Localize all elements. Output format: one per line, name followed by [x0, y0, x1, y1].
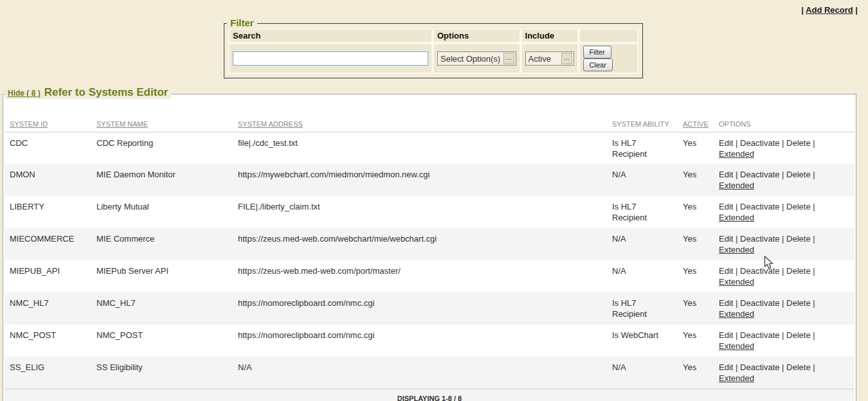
options-select-value: Select Option(s) [440, 54, 500, 64]
options-cell: Edit | Deactivate | Delete | Extended [714, 260, 854, 292]
options-ellipsis-button: ... [503, 53, 514, 64]
systems-table: SYSTEM ID SYSTEM NAME SYSTEM ADDRESS SYS… [5, 96, 854, 401]
clear-button[interactable]: Clear [583, 58, 613, 71]
delete-link[interactable]: Delete [786, 298, 811, 308]
extended-link[interactable]: Extended [719, 341, 754, 352]
system-name-cell: CDC Reporting [91, 132, 233, 164]
sort-system-address-link[interactable]: SYSTEM ADDRESS [238, 120, 303, 128]
table-row: MIEPUB_API MIEPub Server API https://zeu… [5, 260, 854, 292]
filter-table: Search Options Include Select Option(s) … [228, 28, 638, 74]
delete-link[interactable]: Delete [786, 234, 811, 244]
system-address-cell: file|./cdc_test.txt [233, 132, 607, 164]
extended-link[interactable]: Extended [719, 148, 754, 159]
deactivate-link[interactable]: Deactivate [740, 330, 779, 340]
filter-legend: Filter [227, 17, 257, 29]
active-cell: Yes [678, 260, 714, 292]
system-id-cell: MIECOMMERCE [5, 228, 91, 260]
system-name-cell: SS Eligibility [91, 357, 233, 389]
options-select[interactable]: Select Option(s) ... [437, 51, 516, 66]
deactivate-link[interactable]: Deactivate [740, 202, 779, 211]
table-row: NMC_POST NMC_POST https://nomoreclipboar… [5, 325, 854, 357]
table-row: NMC_HL7 NMC_HL7 https://nomoreclipboard.… [5, 292, 854, 325]
extended-link[interactable]: Extended [719, 276, 754, 287]
filter-buttons-cell: Filter Clear [579, 43, 638, 74]
system-address-cell: https://zeus-web.med-web.com/port/master… [233, 260, 607, 292]
extended-link[interactable]: Extended [719, 180, 754, 191]
system-address-cell: FILE|./liberty_claim.txt [233, 196, 607, 228]
system-ability-cell: Is HL7 Recipient [607, 196, 678, 228]
extended-link[interactable]: Extended [719, 373, 754, 384]
system-ability-cell: Is WebChart [607, 325, 678, 357]
header-system-id: SYSTEM ID [5, 96, 91, 132]
buttons-column-header [579, 28, 638, 43]
system-id-cell: NMC_HL7 [5, 292, 91, 325]
edit-link[interactable]: Edit [719, 298, 733, 308]
table-header-row: SYSTEM ID SYSTEM NAME SYSTEM ADDRESS SYS… [5, 96, 854, 132]
system-address-cell: https://zeus.med-web.com/webchart/mie/we… [233, 228, 607, 260]
active-cell: Yes [678, 357, 714, 389]
options-column-header: Options [433, 28, 521, 43]
delete-link[interactable]: Delete [786, 202, 811, 211]
hide-link[interactable]: Hide ( 8 ) [8, 87, 41, 99]
system-name-cell: MIE Commerce [91, 228, 233, 260]
include-select-value: Active [529, 54, 551, 64]
extended-link[interactable]: Extended [719, 308, 754, 319]
delete-link[interactable]: Delete [786, 330, 811, 340]
filter-fieldset: Filter Search Options Include Select Opt… [224, 23, 643, 78]
edit-link[interactable]: Edit [719, 170, 733, 179]
deactivate-link[interactable]: Deactivate [740, 298, 779, 308]
edit-link[interactable]: Edit [719, 138, 733, 148]
system-ability-cell: Is HL7 Recipient [607, 292, 678, 325]
options-cell: Edit | Deactivate | Delete | Extended [714, 325, 854, 357]
edit-link[interactable]: Edit [719, 362, 733, 372]
header-options: OPTIONS [714, 96, 854, 132]
system-name-cell: Liberty Mutual [91, 196, 233, 228]
active-cell: Yes [678, 325, 714, 357]
delete-link[interactable]: Delete [786, 362, 811, 372]
search-input[interactable] [233, 51, 428, 66]
deactivate-link[interactable]: Deactivate [740, 170, 779, 179]
include-ellipsis-button: ... [561, 53, 572, 64]
search-column-header: Search [228, 28, 433, 43]
table-row: CDC CDC Reporting file|./cdc_test.txt Is… [5, 132, 854, 164]
pipe-right: | [855, 5, 858, 15]
active-cell: Yes [678, 292, 714, 325]
header-active: ACTIVE [678, 96, 714, 132]
delete-link[interactable]: Delete [786, 138, 811, 148]
systems-fieldset: Hide ( 8 ) Refer to Systems Editor SYSTE… [3, 94, 856, 401]
header-system-ability: SYSTEM ABILITY [607, 96, 678, 132]
delete-link[interactable]: Delete [786, 170, 811, 179]
deactivate-link[interactable]: Deactivate [740, 138, 779, 148]
table-row: LIBERTY Liberty Mutual FILE|./liberty_cl… [5, 196, 854, 228]
system-address-cell: N/A [233, 357, 607, 389]
system-ability-cell: N/A [607, 260, 678, 292]
system-address-cell: https://mywebchart.com/miedmon/miedmon.n… [233, 164, 607, 196]
extended-link[interactable]: Extended [719, 244, 754, 255]
sort-active-link[interactable]: ACTIVE [683, 120, 709, 128]
options-cell: Edit | Deactivate | Delete | Extended [714, 357, 854, 389]
filter-button[interactable]: Filter [583, 46, 611, 58]
sort-system-name-link[interactable]: SYSTEM NAME [96, 120, 148, 128]
include-select[interactable]: Active ... [525, 51, 574, 66]
active-cell: Yes [678, 164, 714, 196]
active-cell: Yes [678, 132, 714, 164]
edit-link[interactable]: Edit [719, 234, 733, 244]
deactivate-link[interactable]: Deactivate [740, 234, 779, 244]
options-cell: Select Option(s) ... [433, 43, 521, 74]
deactivate-link[interactable]: Deactivate [740, 362, 779, 372]
header-system-name: SYSTEM NAME [91, 96, 233, 132]
active-cell: Yes [678, 196, 714, 228]
system-id-cell: SS_ELIG [5, 357, 91, 389]
search-cell [228, 43, 433, 74]
add-record-link[interactable]: Add Record [806, 5, 853, 15]
edit-link[interactable]: Edit [719, 266, 733, 276]
options-cell: Edit | Deactivate | Delete | Extended [714, 164, 854, 196]
sort-system-id-link[interactable]: SYSTEM ID [10, 120, 48, 128]
edit-link[interactable]: Edit [719, 330, 733, 340]
edit-link[interactable]: Edit [719, 202, 733, 211]
system-id-cell: CDC [5, 132, 91, 164]
delete-link[interactable]: Delete [786, 266, 811, 276]
table-row: MIECOMMERCE MIE Commerce https://zeus.me… [5, 228, 854, 260]
topbar: | Add Record | [0, 0, 868, 15]
extended-link[interactable]: Extended [719, 212, 754, 223]
